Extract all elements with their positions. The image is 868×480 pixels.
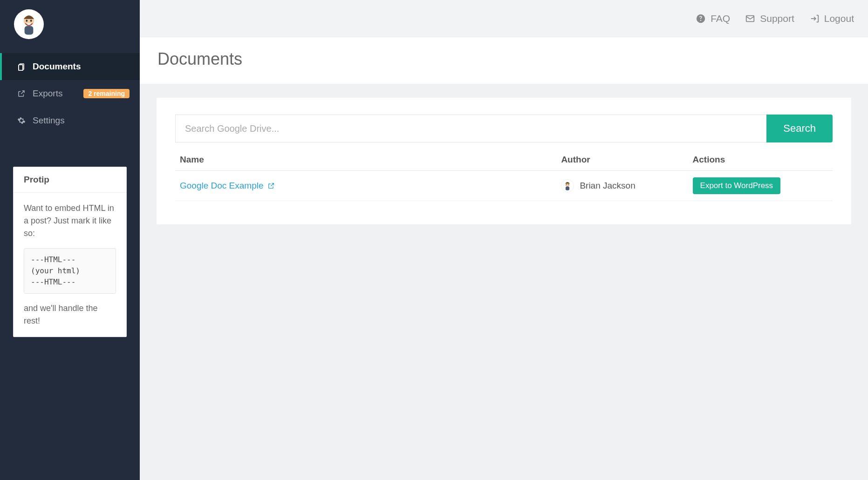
logout-link[interactable]: Logout — [809, 13, 854, 24]
topbar: FAQ Support Logout — [140, 0, 868, 37]
faq-link[interactable]: FAQ — [696, 13, 730, 24]
protip-trail: and we'll handle the rest! — [24, 302, 116, 327]
documents-table: Name Author Actions Google Doc Example — [175, 149, 833, 201]
author-avatar — [561, 179, 574, 192]
svg-rect-13 — [566, 187, 569, 190]
protip-code: ---HTML--- (your html) ---HTML--- — [24, 248, 116, 294]
protip-title: Protip — [14, 167, 126, 193]
page-title: Documents — [157, 49, 850, 69]
author-cell: Brian Jackson — [561, 179, 683, 192]
question-icon — [696, 14, 706, 24]
gear-icon — [17, 116, 26, 125]
envelope-icon — [745, 14, 755, 24]
documents-panel: Search Name Author Actions Google Doc Ex… — [157, 98, 851, 224]
search-button[interactable]: Search — [766, 115, 833, 142]
svg-point-3 — [30, 20, 32, 22]
table-row: Google Doc Example — [175, 171, 833, 201]
support-link-label: Support — [760, 13, 794, 24]
sidebar-item-exports[interactable]: Exports 2 remaining — [0, 80, 140, 107]
export-to-wordpress-button[interactable]: Export to WordPress — [693, 177, 781, 194]
content: Search Name Author Actions Google Doc Ex… — [140, 84, 868, 238]
svg-rect-4 — [25, 26, 34, 35]
main: FAQ Support Logout Documents Search — [140, 0, 868, 480]
search-row: Search — [175, 115, 833, 142]
svg-point-2 — [26, 20, 27, 22]
col-header-author: Author — [556, 149, 688, 171]
exports-remaining-badge: 2 remaining — [83, 89, 130, 98]
svg-point-12 — [568, 184, 569, 185]
sidebar-item-label: Documents — [33, 61, 130, 72]
sidebar-item-label: Settings — [33, 115, 130, 126]
document-name: Google Doc Example — [180, 181, 264, 191]
svg-rect-6 — [19, 65, 23, 70]
document-link[interactable]: Google Doc Example — [180, 181, 275, 191]
avatar-icon — [15, 10, 43, 38]
support-link[interactable]: Support — [745, 13, 794, 24]
page-header: Documents — [140, 37, 868, 84]
protip-lead: Want to embed HTML in a post? Just mark … — [24, 202, 116, 240]
nav-list: Documents Exports 2 remaining Settings — [0, 53, 140, 134]
sidebar: Documents Exports 2 remaining Settings — [0, 0, 140, 480]
clipboard-icon — [17, 62, 26, 71]
protip-card: Protip Want to embed HTML in a post? Jus… — [13, 167, 127, 337]
search-input[interactable] — [175, 115, 766, 142]
avatar-container — [0, 9, 140, 53]
logout-icon — [809, 14, 820, 24]
col-header-actions: Actions — [688, 149, 833, 171]
sidebar-item-settings[interactable]: Settings — [0, 107, 140, 134]
external-link-icon — [267, 182, 275, 189]
protip-body: Want to embed HTML in a post? Just mark … — [14, 193, 126, 337]
faq-link-label: FAQ — [711, 13, 730, 24]
logout-link-label: Logout — [824, 13, 854, 24]
sidebar-item-documents[interactable]: Documents — [0, 53, 140, 80]
col-header-name: Name — [175, 149, 556, 171]
author-name: Brian Jackson — [580, 181, 635, 191]
user-avatar[interactable] — [14, 9, 44, 39]
svg-point-11 — [567, 184, 567, 185]
share-icon — [17, 89, 26, 98]
sidebar-item-label: Exports — [33, 88, 83, 99]
